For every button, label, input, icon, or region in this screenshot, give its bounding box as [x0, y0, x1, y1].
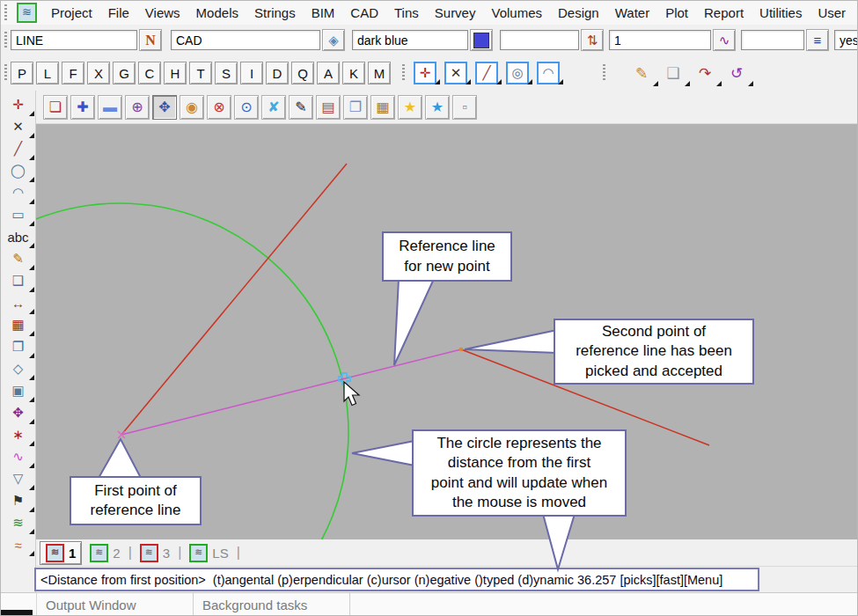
model-list-button[interactable]: ◈ [322, 29, 345, 51]
blue-star-button[interactable]: ★ [425, 95, 450, 120]
name-box-button[interactable]: N [139, 29, 162, 51]
image-tool-button[interactable]: ▣ [8, 381, 29, 400]
snap-gripper[interactable] [402, 64, 405, 82]
key-p-button[interactable]: P [11, 62, 33, 84]
draw-colour-tool-button[interactable]: ✎ [8, 249, 29, 268]
polygon-tool-button[interactable]: ◇ [8, 359, 29, 378]
zoom-out-button[interactable]: ▬ [98, 95, 122, 120]
text-tool-button[interactable]: abc [8, 227, 29, 246]
arc-snap-button[interactable]: ◠ [537, 62, 560, 84]
key-m-button[interactable]: M [368, 62, 391, 84]
menu-file[interactable]: File [100, 5, 137, 20]
menu-volumes[interactable]: Volumes [483, 5, 550, 20]
flip-string-button[interactable]: ↷ [693, 62, 716, 84]
zoom-in-button[interactable]: ✚ [70, 95, 95, 120]
copy-view-button[interactable]: ❐ [343, 95, 368, 120]
menu-cad[interactable]: CAD [342, 5, 386, 20]
intersection-snap-button[interactable]: ✕ [444, 62, 467, 84]
recolour-string-button[interactable]: ↺ [725, 62, 748, 84]
tin-contour-tool-button[interactable]: ≋ [8, 513, 29, 532]
height-input[interactable] [500, 30, 579, 50]
key-h-button[interactable]: H [164, 62, 187, 84]
background-tasks-tab[interactable]: Background tasks [194, 593, 350, 616]
key-c-button[interactable]: C [138, 62, 161, 84]
key-d-button[interactable]: D [266, 62, 289, 84]
style-input[interactable] [741, 30, 804, 50]
key-s-button[interactable]: S [215, 62, 238, 84]
propbar-gripper[interactable] [4, 32, 7, 49]
line-snap-button[interactable]: ╱ [475, 62, 498, 84]
menu-tins[interactable]: Tins [386, 5, 427, 20]
cadtool-gripper[interactable] [603, 64, 605, 82]
menu-views[interactable]: Views [137, 5, 188, 20]
menu-utilities[interactable]: Utilities [752, 5, 810, 20]
redraw-brush-button[interactable]: ✎ [289, 95, 313, 120]
menu-strings[interactable]: Strings [246, 5, 304, 20]
point-snap-button[interactable]: ✛ [414, 62, 436, 84]
rectangle-tool-button[interactable]: ▭ [8, 205, 29, 224]
weight-button[interactable]: ∿ [713, 29, 736, 51]
point-tool-button[interactable]: ✛ [8, 95, 29, 114]
menu-he[interactable]: He [854, 5, 858, 20]
point-line-tool-button[interactable]: ∗ [8, 425, 29, 444]
weight-input[interactable] [609, 30, 711, 50]
choice-input[interactable] [834, 30, 858, 50]
pencil-string-button[interactable]: ✎ [630, 62, 653, 84]
new-view-tool-button[interactable]: ❐ [8, 337, 29, 356]
menu-bim[interactable]: BIM [304, 5, 343, 20]
key-a-button[interactable]: A [317, 62, 340, 84]
zoom-extents-button[interactable]: ⊕ [125, 95, 150, 120]
menu-models[interactable]: Models [188, 5, 246, 20]
zoom-shrink-button[interactable]: ⊗ [207, 95, 231, 120]
grid-menu-button[interactable]: ▦ [370, 95, 395, 120]
key-i-button[interactable]: I [240, 62, 263, 84]
key-t-button[interactable]: T [189, 62, 212, 84]
model-input[interactable] [171, 30, 320, 50]
plot-button[interactable]: ▤ [316, 95, 341, 120]
arc-tool-button[interactable]: ◠ [8, 183, 29, 202]
menu-water[interactable]: Water [607, 5, 657, 20]
segment-colour-tool-button[interactable]: ∿ [8, 447, 29, 466]
key-g-button[interactable]: G [113, 62, 136, 84]
menu-design[interactable]: Design [550, 5, 607, 20]
style-button[interactable]: ≡ [806, 29, 829, 51]
key-k-button[interactable]: K [342, 62, 365, 84]
intersection-tool-button[interactable]: ✕ [8, 117, 29, 136]
colour-picker-button[interactable] [470, 29, 493, 51]
menubar-gripper[interactable] [4, 4, 7, 22]
key-f-button[interactable]: F [62, 62, 84, 84]
tin-colour-tool-button[interactable]: ≈ [8, 535, 29, 554]
key-l-button[interactable]: L [36, 62, 59, 84]
menu-survey[interactable]: Survey [427, 5, 484, 20]
favourite-star-button[interactable]: ★ [398, 95, 422, 120]
output-window-tab[interactable]: Output Window [37, 593, 194, 616]
pan-button[interactable]: ✥ [152, 95, 177, 120]
move-tool-button[interactable]: ✥ [8, 403, 29, 422]
menu-report[interactable]: Report [696, 5, 752, 20]
colour-input[interactable] [352, 30, 468, 50]
circle-tool-button[interactable]: ◯ [8, 161, 29, 180]
regenerate-button[interactable]: ✘ [261, 95, 286, 120]
flag-tool-button[interactable]: ⚑ [8, 491, 29, 510]
clipboard-string-button[interactable]: ❑ [662, 62, 685, 84]
measure-tool-button[interactable]: ↔ [8, 293, 29, 312]
height-button[interactable]: ⇅ [581, 29, 604, 51]
line-tool-button[interactable]: ╱ [8, 139, 29, 158]
copy-point-tool-button[interactable]: ❑ [8, 271, 29, 290]
grid-tool-button[interactable]: ▦ [8, 315, 29, 334]
circle-snap-button[interactable]: ◎ [506, 62, 529, 84]
menu-plot[interactable]: Plot [657, 5, 696, 20]
window-box-button[interactable]: ▫ [452, 95, 477, 120]
menu-project[interactable]: Project [43, 5, 100, 20]
command-prompt[interactable]: <Distance from first position> (t)angent… [34, 568, 759, 591]
key-q-button[interactable]: Q [291, 62, 314, 84]
view-tab-2[interactable]: ≋ 2 [84, 542, 125, 564]
key-x-button[interactable]: X [87, 62, 110, 84]
name-input[interactable] [11, 30, 137, 50]
zoom-button[interactable]: ◉ [180, 95, 204, 120]
view-tab-3[interactable]: ≋ 3 [135, 542, 175, 564]
menu-user[interactable]: User [810, 5, 854, 20]
fnbar-gripper[interactable] [4, 64, 7, 82]
windows-menu-button[interactable]: ❏ [43, 95, 68, 120]
view-tab-ls[interactable]: ≋ LS [184, 542, 233, 564]
